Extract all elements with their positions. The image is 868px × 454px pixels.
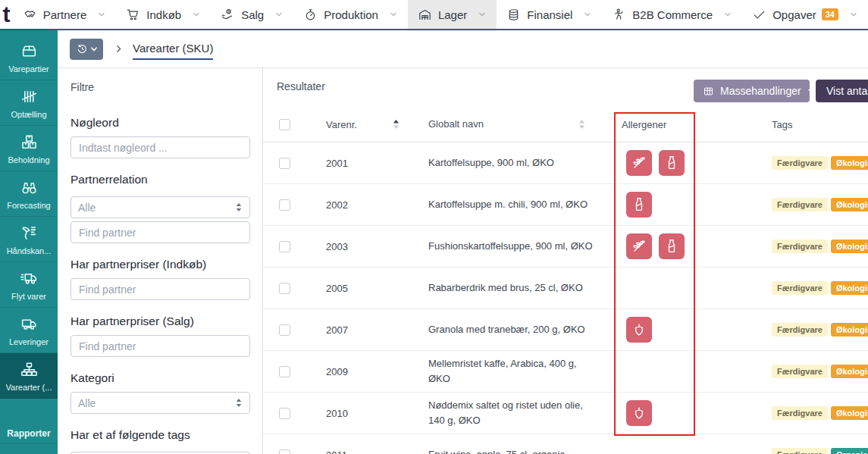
tag-badge: Økologisk xyxy=(831,198,868,211)
nav-item-label: Indkøb xyxy=(146,8,181,21)
topnav-items: PartnereIndkøbSalgProduktionLagerFinansi… xyxy=(13,0,868,29)
table-row: 2007Granola med tranebær, 200 g, ØKOFærd… xyxy=(263,309,868,351)
sidebar-item-beholdning[interactable]: Beholdning xyxy=(0,126,58,171)
sku-cell: 2007 xyxy=(305,324,407,336)
purchase-prices-partner-input[interactable] xyxy=(71,278,250,300)
b2b-icon xyxy=(612,8,626,22)
sidebar-item-rapporter[interactable]: Rapporter xyxy=(0,399,58,444)
column-header-allergener[interactable]: Allergener xyxy=(622,119,666,130)
keyword-label: Nøgleord xyxy=(71,116,249,130)
boxes-icon xyxy=(20,133,39,152)
sidebar-item-forecasting[interactable]: Forecasting xyxy=(0,171,58,217)
tags-filter-label: Har et af følgende tags xyxy=(71,428,249,442)
tag-badge: Færdigvare xyxy=(772,240,828,253)
global-name-cell: Fushionskartoffelsuppe, 900 ml, ØKO xyxy=(407,239,608,254)
row-checkbox[interactable] xyxy=(279,241,290,252)
table-row: 2005Rabarberdrik med brus, 25 cl, ØKOFær… xyxy=(263,268,868,309)
row-checkbox[interactable] xyxy=(279,158,290,169)
sidebar-item-varearter[interactable]: Varearter (... xyxy=(0,353,58,399)
tags-cell: FærdigvareØkologiskPar xyxy=(710,281,868,295)
select-caret-icon xyxy=(235,398,243,408)
chevron-down-icon[interactable] xyxy=(478,10,487,19)
show-count-button[interactable]: Vist antal xyxy=(816,80,868,102)
nav-item-label: Partnere xyxy=(43,8,87,21)
nav-item-label: Salg xyxy=(241,8,264,21)
row-checkbox[interactable] xyxy=(279,324,290,336)
chevron-down-icon[interactable] xyxy=(583,10,592,19)
milk-icon xyxy=(626,192,652,218)
tags-cell: FærdigvareØkologisk xyxy=(710,406,868,420)
global-name-cell: Mellemristet kaffe, Arabica, 400 g, ØKO xyxy=(407,356,608,387)
nav-item-partnere[interactable]: Partnere xyxy=(13,0,117,29)
chevron-down-icon xyxy=(91,46,97,52)
nuts-icon xyxy=(626,400,652,426)
select-all-checkbox[interactable] xyxy=(279,119,290,130)
column-header-tags[interactable]: Tags xyxy=(772,119,792,130)
allergens-cell xyxy=(608,192,710,218)
sku-cell: 2003 xyxy=(305,241,407,252)
coins-icon xyxy=(506,8,521,22)
row-checkbox[interactable] xyxy=(279,449,290,454)
nav-item-label: Lager xyxy=(438,8,467,21)
category-select[interactable]: Alle xyxy=(71,392,250,414)
nav-item-salg[interactable]: Salg xyxy=(211,0,293,29)
row-checkbox[interactable] xyxy=(279,366,290,377)
bulk-actions-button[interactable]: Massehandlinger xyxy=(694,80,810,102)
sidebar-item-håndskan[interactable]: Håndskan... xyxy=(0,217,58,262)
allergens-cell xyxy=(608,150,710,176)
row-checkbox-cell xyxy=(263,199,305,211)
nav-item-label: B2B Commerce xyxy=(632,8,713,21)
table-row: 2010Nøddemix saltet og ristet uden olie,… xyxy=(263,393,868,434)
chevron-down-icon[interactable] xyxy=(274,10,284,19)
sort-icon[interactable] xyxy=(578,119,585,130)
tag-badge: Økologisk xyxy=(831,156,868,170)
tags-cell: FærdigvareOrganic xyxy=(710,448,868,454)
nuts-icon xyxy=(626,317,652,343)
partner-relation-search-input[interactable] xyxy=(71,221,250,243)
nav-item-produktion[interactable]: Produktion xyxy=(293,0,408,29)
keyword-input[interactable] xyxy=(71,136,250,158)
sidebar-item-label: Varearter (... xyxy=(6,383,52,392)
table-header: Varenr. Globalt navn Allergener Tags xyxy=(263,107,868,142)
nav-item-b2b-commerce[interactable]: B2B Commerce xyxy=(602,0,742,29)
column-header-varenr[interactable]: Varenr. xyxy=(326,119,357,130)
row-checkbox-cell xyxy=(263,241,305,252)
table-body: 2001Kartoffelsuppe, 900 ml, ØKOFærdigvar… xyxy=(263,142,868,454)
app-logo[interactable]: t xyxy=(0,0,13,29)
chevron-down-icon xyxy=(807,88,813,94)
partner-relation-select[interactable]: Alle xyxy=(71,196,250,218)
chevron-down-icon[interactable] xyxy=(389,10,398,19)
sidebar-item-varepartier[interactable]: Varepartier xyxy=(0,35,58,80)
sidebar-item-leveringer[interactable]: Leveringer xyxy=(0,308,58,353)
sidebar: VarepartierOptællingBeholdningForecastin… xyxy=(0,30,58,454)
milk-icon xyxy=(659,233,685,259)
nav-item-finansiel[interactable]: Finansiel xyxy=(497,0,602,29)
column-header-globalt-navn[interactable]: Globalt navn xyxy=(428,117,484,132)
row-checkbox[interactable] xyxy=(279,283,290,294)
sku-cell: 2010 xyxy=(305,408,407,419)
chevron-down-icon[interactable] xyxy=(192,10,201,19)
sidebar-item-flyt-varer[interactable]: Flyt varer xyxy=(0,262,58,308)
tag-badge: Færdigvare xyxy=(772,156,828,170)
sku-cell: 2005 xyxy=(305,283,407,294)
sort-ascending-icon[interactable] xyxy=(393,119,400,130)
breadcrumb-current[interactable]: Varearter (SKU) xyxy=(133,42,213,60)
allergens-cell xyxy=(608,400,710,426)
nav-item-opgaver[interactable]: Opgaver34 xyxy=(742,0,868,29)
nav-item-lager[interactable]: Lager xyxy=(408,0,497,29)
chevron-down-icon[interactable] xyxy=(723,10,732,19)
history-button[interactable] xyxy=(70,39,103,60)
chevron-down-icon[interactable] xyxy=(97,10,106,19)
sku-cell: 2001 xyxy=(305,158,407,169)
tag-badge: Færdigvare xyxy=(772,406,828,420)
chevron-down-icon[interactable] xyxy=(849,10,858,19)
truck-fast-icon xyxy=(20,269,39,288)
sales-prices-partner-input[interactable] xyxy=(71,335,250,357)
select-caret-icon xyxy=(235,202,243,212)
sidebar-item-optælling[interactable]: Optælling xyxy=(0,80,58,126)
row-checkbox[interactable] xyxy=(279,199,290,211)
row-checkbox[interactable] xyxy=(279,408,290,419)
sku-cell: 2002 xyxy=(305,199,407,211)
tag-badge: Færdigvare xyxy=(772,448,828,454)
nav-item-indkøb[interactable]: Indkøb xyxy=(116,0,211,29)
